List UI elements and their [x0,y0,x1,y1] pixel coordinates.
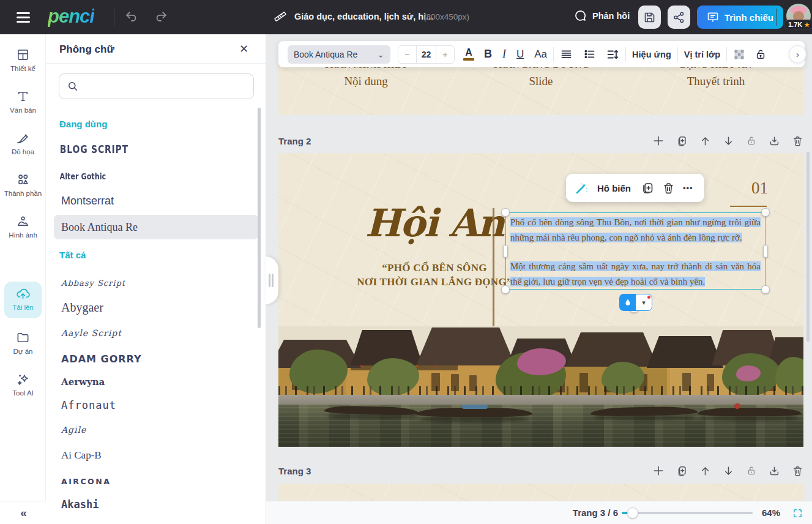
document-title[interactable]: Giáo dục, education, lịch sử, hi... [294,12,433,21]
sidebar-item-text[interactable]: Văn bản [0,89,46,114]
resize-button[interactable] [274,10,287,23]
decrease-font-size-button[interactable]: − [398,46,416,63]
chevron-down-icon: ⌄ [377,50,384,59]
add-page-button[interactable] [652,135,665,147]
move-page-down-button[interactable] [723,465,734,477]
lock-page-button[interactable] [746,465,757,476]
feedback-button[interactable]: Phản hồi [574,9,630,22]
panel-scrollbar[interactable] [258,108,261,328]
font-item-book-antiqua-selected[interactable]: Book Antiqua Re [54,215,258,239]
layer-position-button[interactable]: Vị trí lớp [684,50,720,59]
menu-button[interactable] [0,0,46,34]
transparency-button[interactable] [733,48,745,61]
font-item-blog-script[interactable]: Blog Script [54,137,222,162]
text-case-button[interactable]: Aa [534,48,547,61]
credit-role[interactable]: Thuyết trình [628,75,803,88]
collapse-sidebar-button[interactable]: « [20,506,26,520]
add-page-button[interactable] [652,465,665,477]
lock-page-button[interactable] [746,135,757,146]
align-justify-button[interactable] [560,48,573,61]
font-item-abbasy-script[interactable]: Abbasy Script [54,271,258,295]
reputation-badge[interactable]: 1.7K ★ [784,20,812,29]
font-search-input[interactable] [84,81,246,91]
download-page-button[interactable] [769,135,780,147]
effects-button[interactable]: Hiệu ứng [632,50,671,59]
panel-collapse-handle[interactable] [266,256,278,304]
undo-button[interactable] [125,10,138,24]
move-page-down-button[interactable] [723,135,734,147]
save-button[interactable] [638,6,661,29]
droplet-icon[interactable] [620,294,636,310]
boat [416,408,532,417]
duplicate-page-button[interactable] [676,465,688,477]
font-size-value[interactable]: 22 [416,46,436,63]
font-family-select[interactable]: Book Antiqua Re ⌄ [288,45,390,64]
zoom-slider-thumb[interactable] [627,507,638,518]
font-item-aerwyna[interactable]: Aerwyna [54,370,258,394]
hoi-an-riverside-photo[interactable] [278,326,803,447]
slide-number-text[interactable]: 01 [728,179,768,198]
canvas-scrollbar[interactable] [806,152,810,342]
font-item-akashi[interactable]: Akashi [54,492,258,517]
resize-handle-right[interactable] [763,245,768,258]
credit-role[interactable]: Slide [453,75,628,88]
sidebar-item-images[interactable]: Hình ảnh [0,214,46,239]
slide-page-2[interactable]: Hội An “PHỐ CỔ BÊN SÔNG NƠI THỜI GIAN LẮ… [278,153,803,447]
duplicate-page-button[interactable] [676,135,688,147]
resize-handle-top-right[interactable] [761,208,770,217]
sidebar-item-uploads[interactable]: Tải lên [0,286,46,311]
bold-button[interactable]: B [484,48,492,61]
delete-page-button[interactable] [792,135,803,147]
sidebar-item-design[interactable]: Thiết kế [0,48,46,72]
move-page-up-button[interactable] [699,465,711,477]
selected-text-box[interactable]: Phố cổ bên dòng sông Thu Bồn, nơi thời g… [505,212,765,290]
move-page-up-button[interactable] [699,135,711,147]
magic-action-label[interactable]: Hô biến [597,183,631,193]
fullscreen-button[interactable] [792,508,803,518]
font-item-alter-gothic[interactable]: Alter Gothic [54,164,217,189]
panel-divider [46,63,266,64]
zoom-slider-track[interactable] [622,512,753,514]
bullet-list-button[interactable] [583,48,596,61]
share-button[interactable] [668,6,690,29]
text-format-toolbar: Book Antiqua Re ⌄ − 22 + A B I U Aa Hiệu… [278,41,805,67]
close-panel-button[interactable]: ✕ [239,42,248,56]
resize-handle-left[interactable] [503,245,508,258]
credit-role[interactable]: Nội dung [278,75,453,88]
slide-page-3-partial[interactable] [278,484,803,501]
toolbar-more-button[interactable]: › [789,45,806,63]
line-spacing-button[interactable] [606,48,619,61]
font-search-box[interactable] [59,73,254,99]
penci-logo[interactable]: penci [48,6,94,28]
font-item-adam-gorry[interactable]: Adam Gorry [54,346,258,371]
font-item-montserrat[interactable]: Montserrat [54,189,258,213]
sidebar-item-graphics[interactable]: Đồ họa [0,131,46,155]
resize-handle-bottom-right[interactable] [761,285,770,294]
font-item-agile[interactable]: Agile [54,417,258,442]
sidebar-item-projects[interactable]: Dự án [0,331,46,355]
resize-handle-bottom-left[interactable] [501,285,510,294]
font-item-aayle-script[interactable]: Aayle Script [54,321,258,345]
font-item-abygaer[interactable]: Abygaer [54,295,258,320]
delete-page-button[interactable] [792,465,803,477]
sidebar-item-ai-tools[interactable]: Tool AI [0,372,46,397]
increase-font-size-button[interactable]: + [436,46,454,63]
download-page-button[interactable] [769,465,780,477]
redo-button[interactable] [154,10,168,24]
magic-wand-icon[interactable] [575,181,589,195]
lock-button[interactable] [754,48,767,61]
font-item-aircona[interactable]: Aircona [54,469,258,493]
sidebar-item-components[interactable]: Thành phần [0,173,46,197]
font-item-ai-cap-b[interactable]: Ai Cap-B [54,443,258,468]
duplicate-element-button[interactable] [641,182,654,195]
resize-handle-top-left[interactable] [501,208,510,217]
color-dropdown-button[interactable]: ▾ [636,294,652,310]
text-color-quick-widget[interactable]: ▾ [619,294,652,311]
more-options-button[interactable]: ••• [683,184,693,193]
present-button[interactable]: Trình chiếu [697,6,783,29]
underline-button[interactable]: U [516,48,524,61]
font-item-afronaut[interactable]: Afronaut [54,393,258,417]
text-color-button[interactable]: A [463,48,474,61]
italic-button[interactable]: I [502,48,506,61]
delete-element-button[interactable] [662,182,675,195]
